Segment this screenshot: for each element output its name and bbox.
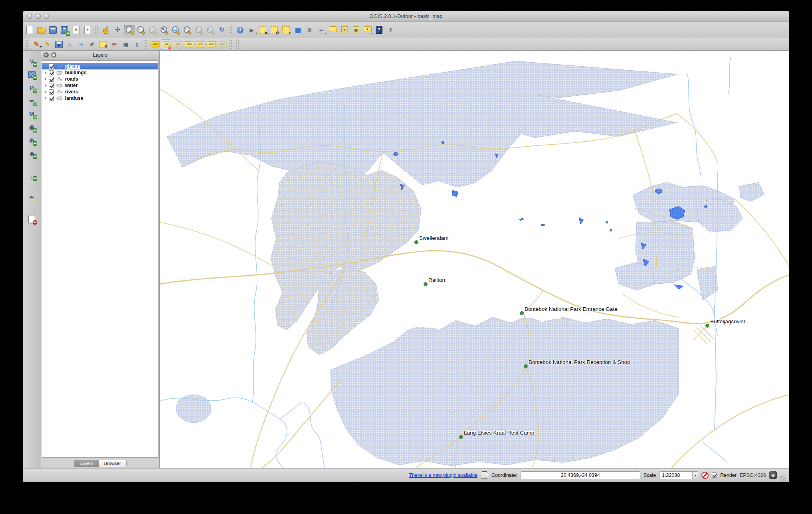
layer-row-roads[interactable]: roads (42, 76, 158, 82)
delete-selected-icon[interactable]: ✕ (98, 40, 109, 49)
layer-checkbox[interactable] (49, 96, 54, 101)
copy-features-icon[interactable]: ▣ (121, 40, 131, 49)
zoom-next-icon[interactable]: ▸ (205, 25, 216, 36)
plugin-available-link[interactable]: There is a new plugin available (409, 472, 477, 478)
add-oracle-layer-icon[interactable]: ◉ (27, 122, 37, 132)
measure-icon[interactable]: ┉ (316, 25, 327, 36)
resize-grip[interactable] (780, 476, 786, 482)
layer-name[interactable]: rivers (65, 89, 78, 95)
save-layer-edits-icon[interactable]: ✎ (53, 40, 64, 49)
coordinate-input[interactable] (521, 471, 640, 479)
zoom-to-selection-icon[interactable]: ▢ (170, 25, 181, 36)
scale-combobox[interactable]: 1:22088 (659, 471, 698, 479)
layer-name[interactable]: water (65, 83, 77, 88)
expand-icon[interactable] (45, 90, 47, 93)
add-wms-layer-icon[interactable]: ⊕ (27, 135, 37, 145)
dropdown-caret-icon[interactable] (371, 33, 373, 35)
zoom-full-icon[interactable]: ❖ (158, 25, 169, 36)
layer-row-landuse[interactable]: landuse (42, 95, 158, 101)
tab-browser[interactable]: Browser (99, 460, 127, 467)
new-spatialite-layer-icon[interactable]: ✒ (27, 192, 37, 202)
zoom-out-icon[interactable]: − (135, 25, 146, 36)
show-bookmarks-icon[interactable]: ▤ (351, 25, 361, 36)
remove-layer-icon[interactable] (27, 214, 37, 224)
new-project-icon[interactable] (24, 25, 35, 36)
expand-icon[interactable] (45, 84, 47, 87)
highlight-pinned-labels-icon[interactable]: ab (172, 40, 182, 49)
help-icon[interactable]: ? (374, 25, 384, 36)
dropdown-caret-icon[interactable] (267, 33, 269, 35)
pan-map-icon[interactable]: ☝ (101, 25, 111, 36)
layer-tree[interactable]: places buildings roads (42, 60, 158, 458)
map-tips-icon[interactable] (327, 25, 338, 36)
layer-checkbox[interactable] (49, 83, 54, 88)
show-hide-labels-icon[interactable]: abc (183, 40, 194, 49)
zoom-in-icon[interactable]: + (124, 25, 135, 36)
pan-to-selection-icon[interactable]: ✛ (112, 25, 123, 36)
tab-layers[interactable]: Layers (74, 460, 99, 467)
add-postgis-layer-icon[interactable]: P (27, 83, 37, 93)
expand-icon[interactable] (45, 65, 47, 68)
dropdown-caret-icon[interactable] (325, 33, 327, 35)
identify-features-icon[interactable]: i (235, 25, 246, 36)
layer-row-water[interactable]: water (42, 82, 158, 89)
zoom-native-icon[interactable]: 1:1 (147, 25, 158, 36)
layer-row-rivers[interactable]: rivers (42, 89, 158, 95)
render-checkbox[interactable] (712, 472, 717, 478)
layer-name[interactable]: places (65, 63, 80, 69)
change-label-icon[interactable]: abc (217, 40, 227, 49)
new-bookmark-icon[interactable]: + (339, 25, 350, 36)
select-by-expression-icon[interactable]: ε (281, 25, 292, 36)
open-project-icon[interactable] (36, 25, 47, 36)
composer-manager-icon[interactable]: ✦ (82, 25, 93, 36)
plugin-icon[interactable] (481, 471, 488, 479)
layer-checkbox[interactable] (49, 64, 54, 69)
dropdown-caret-icon[interactable] (255, 33, 257, 35)
run-feature-action-icon[interactable]: ▶ (246, 25, 257, 36)
zoom-last-icon[interactable]: ◂ (193, 25, 204, 36)
toggle-editing-icon[interactable]: ✎ (42, 40, 53, 49)
cut-features-icon[interactable]: ✂ (109, 40, 120, 49)
rotate-label-icon[interactable]: abc (206, 40, 216, 49)
pin-unpin-labels-icon[interactable]: ab (161, 40, 171, 49)
select-features-icon[interactable]: ➤ (258, 25, 269, 36)
scale-dropdown-icon[interactable] (692, 472, 698, 479)
map-refresh-icon[interactable]: ↻ (216, 25, 227, 36)
layer-name[interactable]: landuse (65, 95, 83, 101)
layer-row-places[interactable]: places (42, 63, 158, 69)
add-wfs-layer-icon[interactable]: ◈ (27, 148, 37, 158)
layer-name[interactable]: buildings (65, 70, 86, 75)
current-edits-icon[interactable]: ✎ (31, 40, 42, 49)
zoom-to-layer-icon[interactable]: ▭ (182, 25, 192, 36)
layer-checkbox[interactable] (49, 70, 54, 75)
add-feature-icon[interactable]: ∴ (65, 40, 75, 49)
move-feature-icon[interactable]: ➜ (76, 40, 86, 49)
add-vector-layer-icon[interactable]: V (27, 56, 37, 66)
expand-icon[interactable] (45, 77, 47, 81)
open-attribute-table-icon[interactable]: ▦ (293, 25, 303, 36)
deselect-features-icon[interactable]: ⊘ (269, 25, 280, 36)
layer-row-buildings[interactable]: buildings (42, 69, 158, 76)
paste-features-icon[interactable]: ▯ (132, 40, 142, 49)
field-calculator-icon[interactable]: ≣ (304, 25, 315, 36)
expand-icon[interactable] (45, 71, 47, 74)
add-delimited-text-layer-icon[interactable]: , (27, 170, 37, 180)
save-project-as-icon[interactable] (59, 25, 70, 36)
map-canvas[interactable]: Swellendam Railton Bontebok National Par… (160, 51, 789, 468)
move-label-icon[interactable]: abc (194, 40, 205, 49)
layer-name[interactable]: roads (65, 76, 78, 82)
add-raster-layer-icon[interactable] (27, 69, 37, 79)
layer-checkbox[interactable] (49, 77, 54, 82)
expand-icon[interactable] (45, 97, 47, 100)
add-spatialite-layer-icon[interactable]: ✒ (27, 96, 37, 106)
text-annotation-icon[interactable]: T (362, 25, 373, 36)
labeling-options-icon[interactable]: abc (150, 40, 160, 49)
titlebar[interactable]: QGIS 2.0.1-Dufour - basic_map (23, 11, 789, 22)
whats-this-icon[interactable]: ? (385, 25, 396, 36)
node-tool-icon[interactable]: ✐ (87, 40, 97, 49)
dropdown-caret-icon[interactable] (40, 46, 42, 49)
save-project-icon[interactable] (48, 25, 58, 36)
layer-checkbox[interactable] (49, 89, 54, 95)
stop-render-icon[interactable] (701, 472, 709, 479)
new-print-composer-icon[interactable]: ✱ (71, 25, 81, 36)
